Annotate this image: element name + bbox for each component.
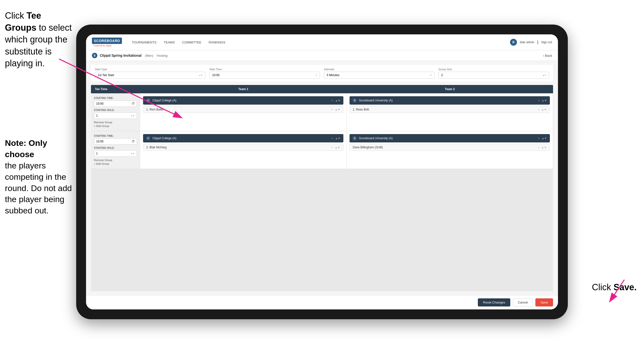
click-save-label: Click Save.: [592, 282, 637, 293]
breadcrumb-left: B Clippd Spring Invitational (Men) Hosti…: [92, 53, 168, 58]
breadcrumb-bar: B Clippd Spring Invitational (Men) Hosti…: [86, 50, 558, 61]
start-time-label: Start Time: [210, 68, 320, 71]
nav-right: B blair admin | Sign out: [510, 39, 552, 46]
player-row-2-1: 1. Rees Britt × ▲▼: [350, 106, 550, 113]
group-size-arrows: ▲▼: [542, 74, 546, 76]
player-x-1-2[interactable]: ×: [331, 146, 333, 149]
group-size-label: Group Size: [438, 68, 549, 71]
player-row-right-1-1: × ▲▼: [331, 108, 340, 111]
start-time-input[interactable]: 10:00 ⏱: [210, 72, 320, 79]
table-header: Tee Time Team 1 Team 2: [91, 85, 553, 93]
team1-arrows-2[interactable]: ▲▼: [335, 137, 340, 140]
add-group-1[interactable]: + Add Group: [94, 124, 137, 127]
nav-teams[interactable]: TEAMS: [164, 39, 175, 45]
team2-card-right-2: × ▲▼: [538, 137, 547, 140]
nav-tournaments[interactable]: TOURNAMENTS: [132, 39, 156, 45]
team1-x-1[interactable]: ×: [332, 99, 333, 102]
tee-time-header: Tee Time: [91, 85, 140, 93]
time-input-1[interactable]: 10:00 ⏱: [94, 100, 137, 107]
player-x-2-2[interactable]: ×: [538, 146, 539, 149]
hole-input-1[interactable]: 1 ▲▼: [94, 112, 137, 119]
save-button[interactable]: Save: [535, 298, 553, 307]
team1-card-right-1: × ▲▼: [332, 99, 340, 102]
team1-card-2[interactable]: C Clippd College (A) × ▲▼: [143, 134, 344, 142]
team2-card-1[interactable]: S Scoreboard University (A) × ▲▼: [350, 96, 550, 105]
team1-col-1: C Clippd College (A) × ▲▼ 1. Rich Butler: [140, 93, 346, 131]
team2-card-2[interactable]: S Scoreboard University (A) × ▲▼: [350, 134, 550, 142]
player-row-right-2-2: × ▲▼: [538, 146, 547, 149]
top-nav: SCOREBOARD Powered by clippd TOURNAMENTS…: [86, 34, 558, 50]
team2-icon-1: S: [352, 98, 357, 103]
player-x-1-1[interactable]: ×: [331, 108, 333, 111]
start-type-label: Start Type: [95, 68, 206, 71]
intervals-arrows: ⏱: [430, 74, 432, 76]
player-row-right-1-2: × ▲▼: [331, 146, 340, 149]
starting-time-label-2: STARTING TIME:: [94, 135, 137, 137]
nav-signout[interactable]: Sign out: [541, 40, 552, 44]
start-time-arrows: ⏱: [315, 74, 317, 76]
team2-col-2: S Scoreboard University (A) × ▲▼ Dave Bi…: [346, 131, 553, 169]
table-body: STARTING TIME: 10:00 ⏱ STARTING HOLE: 1 …: [91, 93, 553, 291]
start-time-group: Start Time 10:00 ⏱: [210, 68, 320, 79]
cancel-button[interactable]: Cancel: [513, 298, 533, 307]
logo-area: SCOREBOARD Powered by clippd: [92, 37, 122, 47]
hole-arrows-2: ▲▼: [131, 152, 135, 155]
add-group-2[interactable]: + Add Group: [94, 162, 137, 165]
time-icon-1: ⏱: [132, 102, 135, 105]
group-time-col-2: STARTING TIME: 10:05 ⏱ STARTING HOLE: 1 …: [91, 131, 140, 169]
player-row-1-1: 1. Rich Butler × ▲▼: [143, 106, 344, 113]
back-link[interactable]: ‹ Back: [543, 54, 552, 57]
start-type-arrows: ▲▼: [199, 74, 203, 76]
team1-card-right-2: × ▲▼: [332, 137, 340, 140]
user-avatar: B: [510, 39, 517, 46]
time-input-2[interactable]: 10:05 ⏱: [94, 138, 137, 145]
hole-input-2[interactable]: 1 ▲▼: [94, 150, 137, 157]
player-row-2-2: Dave Billingham (SUB) × ▲▼: [350, 144, 550, 151]
nav-committee[interactable]: COMMITTEE: [182, 39, 201, 45]
team2-col-1: S Scoreboard University (A) × ▲▼ 1. Rees…: [346, 93, 553, 131]
starting-hole-label-2: STARTING HOLE:: [94, 147, 137, 149]
note-text: Note: Only choosethe playerscompeting in…: [0, 137, 81, 216]
reset-changes-button[interactable]: Reset Changes: [478, 298, 510, 307]
team1-arrows-1[interactable]: ▲▼: [335, 99, 340, 102]
hole-arrows-1: ▲▼: [131, 115, 135, 117]
group-size-input[interactable]: 2 ▲▼: [438, 72, 549, 79]
player-row-1-2: 2. Blair McHarg × ▲▼: [143, 144, 344, 151]
group-time-col-1: STARTING TIME: 10:00 ⏱ STARTING HOLE: 1 …: [91, 93, 140, 131]
player-x-2-1[interactable]: ×: [538, 108, 539, 111]
remove-group-1[interactable]: Remove Group: [94, 121, 137, 124]
team2-x-1[interactable]: ×: [538, 99, 540, 102]
remove-group-2[interactable]: Remove Group: [94, 159, 137, 162]
team2-x-2[interactable]: ×: [538, 137, 540, 140]
starting-time-label-1: STARTING TIME:: [94, 97, 137, 99]
time-icon-2: ⏱: [132, 140, 135, 143]
team1-icon-1: C: [146, 98, 150, 103]
player-name-2-2: Dave Billingham (SUB): [353, 146, 383, 149]
start-type-input[interactable]: 1st Tee Start ▲▼: [95, 72, 206, 79]
team2-arrows-1[interactable]: ▲▼: [542, 99, 547, 102]
team1-card-1[interactable]: C Clippd College (A) × ▲▼: [143, 96, 344, 105]
team2-icon-2: S: [352, 136, 357, 140]
breadcrumb-icon: B: [92, 53, 97, 58]
settings-row: Start Type 1st Tee Start ▲▼ Start Time 1…: [91, 65, 553, 81]
team2-card-left-2: S Scoreboard University (A): [352, 136, 392, 140]
player-row-right-2-1: × ▲▼: [538, 108, 547, 111]
logo-text-group: SCOREBOARD Powered by clippd: [92, 37, 122, 47]
nav-links: TOURNAMENTS TEAMS COMMITTEE RANKINGS: [132, 39, 510, 45]
team1-x-2[interactable]: ×: [332, 137, 333, 140]
intervals-input[interactable]: 5 Minutes ⏱: [324, 72, 434, 79]
team1-header: Team 1: [140, 85, 346, 93]
breadcrumb-gender: (Men): [145, 54, 154, 57]
nav-user-name: blair admin: [520, 40, 534, 44]
player-arrows-2-1[interactable]: ▲▼: [541, 108, 547, 111]
starting-hole-label-1: STARTING HOLE:: [94, 109, 137, 111]
team2-arrows-2[interactable]: ▲▼: [542, 137, 547, 140]
player-arrows-1-2[interactable]: ▲▼: [335, 146, 340, 149]
nav-rankings[interactable]: RANKINGS: [209, 39, 226, 45]
player-arrows-2-2[interactable]: ▲▼: [541, 146, 547, 149]
player-arrows-1-1[interactable]: ▲▼: [335, 108, 340, 111]
team2-card-right-1: × ▲▼: [538, 99, 547, 102]
team1-card-left-1: C Clippd College (A): [146, 98, 176, 103]
team1-col-2: C Clippd College (A) × ▲▼ 2. Blair McHar…: [140, 131, 346, 169]
breadcrumb-hosting: Hosting: [157, 54, 168, 57]
